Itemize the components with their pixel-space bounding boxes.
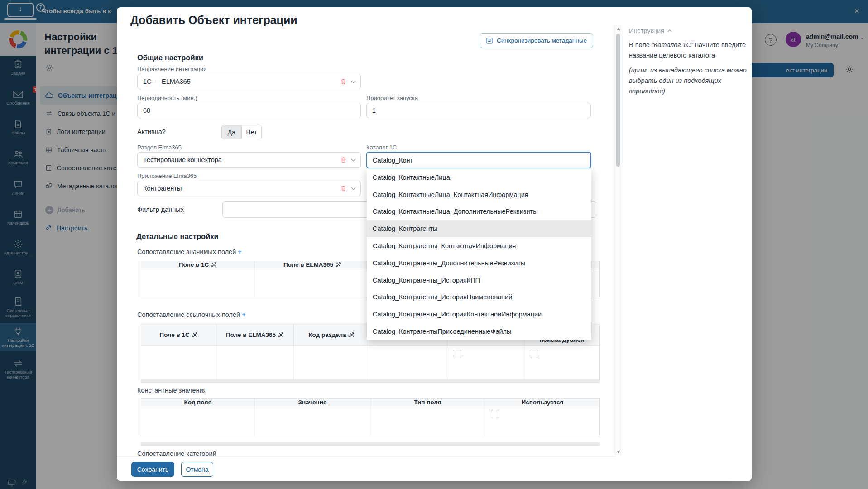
instruction-panel: Инструкция В поле “Каталог 1С” начните в…	[622, 7, 752, 481]
table-row	[141, 406, 599, 436]
chevron-down-icon[interactable]	[351, 158, 356, 162]
mapping-icon[interactable]	[192, 332, 198, 338]
table-cell	[524, 346, 599, 379]
direction-label: Направление интеграции	[137, 66, 206, 72]
checkbox-duplicate-search[interactable]	[530, 350, 538, 358]
table-cell[interactable]	[255, 406, 370, 436]
modal-footer: Сохранить Отмена	[117, 456, 615, 481]
mapping-icon[interactable]	[336, 262, 341, 268]
catalog-input[interactable]: Catalog_Конт	[366, 152, 591, 168]
dropdown-option[interactable]: Catalog_Контрагенты_ДополнительныеРеквиз…	[367, 254, 591, 272]
dropdown-option[interactable]: Catalog_КонтактныеЛица	[367, 169, 591, 186]
direction-value: 1С — ELMA365	[143, 78, 191, 85]
reference-fields-text: Сопоставление ссылочных полей	[137, 311, 240, 318]
table-cell[interactable]	[216, 346, 294, 379]
period-label: Периодичность (мин.)	[137, 95, 197, 101]
constant-values-label: Константные значения	[137, 387, 206, 394]
chevron-down-icon[interactable]	[351, 187, 356, 190]
modal-scrollbar[interactable]	[615, 25, 621, 455]
column-header-text: Код раздела	[308, 331, 346, 338]
checkbox-used[interactable]	[491, 410, 499, 418]
instruction-header[interactable]: Инструкция	[629, 27, 672, 34]
mapping-icon[interactable]	[278, 332, 284, 338]
period-input[interactable]: 60	[137, 103, 361, 118]
column-header-text: Поле в 1С	[179, 261, 209, 268]
horizontal-scrollbar[interactable]	[141, 380, 600, 383]
column-header: Поле в 1С	[141, 324, 216, 345]
table-cell[interactable]	[370, 406, 485, 436]
scroll-up-arrow[interactable]	[617, 28, 620, 30]
table-cell[interactable]	[369, 346, 447, 379]
dropdown-option[interactable]: Catalog_Контрагенты_КонтактнаяИнформация	[367, 237, 591, 254]
instruction-heading-text: Инструкция	[629, 27, 664, 34]
dropdown-option[interactable]: Catalog_Контрагенты_ИсторияКПП	[367, 272, 591, 289]
column-header-text: Используется	[521, 399, 563, 406]
catalog-label: Каталог 1С	[366, 144, 397, 151]
dropdown-option[interactable]: Catalog_Контрагенты_ИсторияКонтактнойИнф…	[367, 306, 591, 323]
active-toggle: Да Нет	[221, 125, 262, 139]
column-header-text: Код поля	[184, 399, 211, 406]
dropdown-option[interactable]: Catalog_КонтактныеЛица_ДополнительныеРек…	[367, 203, 591, 221]
sync-metadata-button[interactable]: Синхронизировать метаданные	[480, 33, 593, 48]
checkbox[interactable]	[453, 350, 461, 358]
mapping-icon[interactable]	[349, 332, 355, 338]
save-button[interactable]: Сохранить	[131, 462, 174, 477]
app-label: Приложение Elma365	[137, 173, 197, 179]
scroll-down-arrow[interactable]	[617, 451, 620, 453]
table-cell[interactable]	[141, 406, 255, 436]
mapping-icon[interactable]	[211, 262, 217, 268]
constant-values-table: Код поля Значение Тип поля Используется	[141, 398, 600, 436]
column-header: Поле в ELMA365	[216, 324, 294, 345]
trash-icon[interactable]	[340, 185, 347, 192]
significant-fields-label: Сопоставление значимых полей +	[137, 248, 242, 255]
active-toggle-no[interactable]: Нет	[241, 125, 261, 139]
column-header: Поле в ELMA365	[255, 261, 370, 268]
app-select[interactable]: Контрагенты	[137, 181, 361, 196]
column-header-text: Тип поля	[414, 399, 441, 406]
trash-icon[interactable]	[340, 156, 347, 163]
instruction-text: В поле	[629, 41, 652, 48]
catalog-dropdown: Catalog_КонтактныеЛица Catalog_Контактны…	[367, 169, 591, 340]
clipped-content: Сопоставление категорий	[117, 446, 610, 456]
active-toggle-yes[interactable]: Да	[222, 125, 241, 139]
add-significant-field-button[interactable]: +	[238, 248, 241, 255]
reference-fields-label: Сопоставление ссылочных полей +	[137, 311, 246, 318]
priority-input[interactable]: 1	[366, 103, 591, 118]
column-header-text: Значение	[298, 399, 326, 406]
instruction-paragraph-2: (прим. из выпадающего списка можно выбра…	[629, 65, 748, 96]
column-header-text: Поле в ELMA365	[226, 331, 276, 338]
dropdown-option[interactable]: Catalog_Контрагенты_ИсторияНаименований	[367, 289, 591, 306]
column-header: Тип поля	[370, 399, 485, 406]
sync-metadata-icon	[486, 37, 493, 44]
add-reference-field-button[interactable]: +	[242, 311, 245, 318]
dropdown-option[interactable]: Catalog_КонтактныеЛица_КонтактнаяИнформа…	[367, 186, 591, 203]
detail-settings-heading: Детальные настройки	[136, 232, 219, 241]
section-select[interactable]: Тестирование коннектора	[137, 152, 361, 168]
table-cell[interactable]	[255, 268, 370, 297]
priority-label: Приоритет запуска	[366, 95, 418, 101]
app-value: Контрагенты	[143, 185, 182, 192]
add-integration-object-modal: Добавить Объект интеграции ✕ Синхронизир…	[117, 7, 752, 481]
cancel-button[interactable]: Отмена	[181, 462, 213, 477]
screen: ↓ 7 Чтобы всегда быть в к ✕ Задачи 76 Со…	[0, 0, 868, 489]
column-header: Код поля	[141, 399, 255, 406]
direction-select[interactable]: 1С — ELMA365	[137, 74, 361, 89]
app-select-icons	[340, 185, 356, 192]
horizontal-scrollbar[interactable]	[141, 442, 600, 446]
table-row	[141, 346, 599, 379]
scrollbar-thumb[interactable]	[616, 34, 620, 167]
instruction-field-ref: “Каталог 1С”	[652, 41, 693, 48]
section-label: Раздел Elma365	[137, 144, 182, 151]
column-header: Код раздела	[294, 324, 369, 345]
instruction-paragraph-1: В поле “Каталог 1С” начните введите назв…	[629, 40, 746, 61]
table-cell[interactable]	[294, 346, 369, 379]
column-header-text: Поле в 1С	[159, 331, 190, 338]
chevron-down-icon[interactable]	[351, 80, 356, 83]
trash-icon[interactable]	[340, 78, 347, 85]
dropdown-option-highlighted[interactable]: Catalog_Контрагенты	[367, 220, 591, 237]
table-cell[interactable]	[141, 346, 216, 379]
dropdown-option[interactable]: Catalog_КонтрагентыПрисоединенныеФайлы	[367, 323, 591, 340]
filter-label: Фильтр данных	[137, 206, 184, 213]
table-cell[interactable]	[141, 268, 255, 297]
general-settings-heading: Общие настройки	[137, 53, 203, 62]
